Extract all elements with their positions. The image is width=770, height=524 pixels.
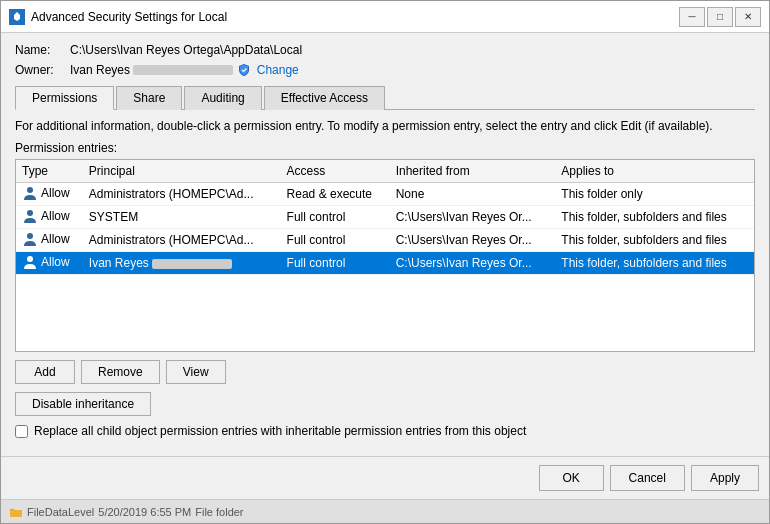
tab-share[interactable]: Share [116,86,182,110]
view-button[interactable]: View [166,360,226,384]
cell-principal: Ivan Reyes [83,251,281,274]
section-label: Permission entries: [15,141,755,155]
tabs-bar: Permissions Share Auditing Effective Acc… [15,85,755,110]
table-row[interactable]: AllowAdministrators (HOMEPC\Ad...Full co… [16,228,754,251]
owner-label: Owner: [15,63,70,77]
owner-blurred [133,65,233,75]
cell-inherited-from: C:\Users\Ivan Reyes Or... [390,251,556,274]
remove-button[interactable]: Remove [81,360,160,384]
table-header-row: Type Principal Access Inherited from App… [16,160,754,183]
add-button[interactable]: Add [15,360,75,384]
cell-access: Full control [281,251,390,274]
user-icon [22,232,38,248]
taskbar-item: FileDataLevel 5/20/2019 6:55 PM File fol… [9,505,244,519]
user-icon [22,209,38,225]
cancel-button[interactable]: Cancel [610,465,685,491]
checkbox-row: Replace all child object permission entr… [15,424,755,438]
cell-applies-to: This folder, subfolders and files [555,205,754,228]
cell-inherited-from: C:\Users\Ivan Reyes Or... [390,205,556,228]
cell-inherited-from: C:\Users\Ivan Reyes Or... [390,228,556,251]
replace-checkbox[interactable] [15,425,28,438]
bottom-buttons: Add Remove View [15,360,755,384]
cell-applies-to: This folder, subfolders and files [555,251,754,274]
svg-rect-1 [27,187,33,193]
table-row[interactable]: AllowSYSTEMFull controlC:\Users\Ivan Rey… [16,205,754,228]
taskbar-strip: FileDataLevel 5/20/2019 6:55 PM File fol… [1,499,769,523]
window-controls: ─ □ ✕ [679,7,761,27]
permission-table-container[interactable]: Type Principal Access Inherited from App… [15,159,755,352]
disable-inheritance-container: Disable inheritance [15,392,755,416]
footer-buttons: OK Cancel Apply [1,456,769,499]
svg-rect-5 [10,510,22,517]
col-type: Type [16,160,83,183]
cell-principal: SYSTEM [83,205,281,228]
taskbar-path: FileDataLevel [27,506,94,518]
disable-inheritance-button[interactable]: Disable inheritance [15,392,151,416]
col-applies-to: Applies to [555,160,754,183]
name-row: Name: C:\Users\Ivan Reyes Ortega\AppData… [15,43,755,57]
cell-access: Full control [281,228,390,251]
checkbox-label: Replace all child object permission entr… [34,424,526,438]
svg-rect-2 [27,210,33,216]
window-title: Advanced Security Settings for Local [31,10,679,24]
window: Advanced Security Settings for Local ─ □… [0,0,770,524]
tab-permissions[interactable]: Permissions [15,86,114,110]
col-principal: Principal [83,160,281,183]
owner-row: Owner: Ivan Reyes Change [15,63,755,77]
name-label: Name: [15,43,70,57]
maximize-button[interactable]: □ [707,7,733,27]
tab-effective-access[interactable]: Effective Access [264,86,385,110]
close-button[interactable]: ✕ [735,7,761,27]
cell-type: Allow [16,205,83,228]
table-row[interactable]: AllowIvan Reyes Full controlC:\Users\Iva… [16,251,754,274]
tab-auditing[interactable]: Auditing [184,86,261,110]
col-access: Access [281,160,390,183]
window-icon [9,9,25,25]
title-bar: Advanced Security Settings for Local ─ □… [1,1,769,33]
user-icon [22,186,38,202]
minimize-button[interactable]: ─ [679,7,705,27]
cell-applies-to: This folder only [555,182,754,205]
folder-icon [9,505,23,519]
cell-inherited-from: None [390,182,556,205]
cell-access: Read & execute [281,182,390,205]
cell-principal: Administrators (HOMEPC\Ad... [83,182,281,205]
cell-principal: Administrators (HOMEPC\Ad... [83,228,281,251]
cell-type: Allow [16,251,83,274]
change-link[interactable]: Change [257,63,299,77]
col-inherited-from: Inherited from [390,160,556,183]
ok-button[interactable]: OK [539,465,604,491]
svg-rect-4 [27,256,33,262]
cell-applies-to: This folder, subfolders and files [555,228,754,251]
taskbar-type: File folder [195,506,243,518]
cell-type: Allow [16,182,83,205]
user-icon [22,255,38,271]
apply-button[interactable]: Apply [691,465,759,491]
permission-table: Type Principal Access Inherited from App… [16,160,754,275]
main-content: Name: C:\Users\Ivan Reyes Ortega\AppData… [1,33,769,456]
taskbar-date: 5/20/2019 6:55 PM [98,506,191,518]
description-text: For additional information, double-click… [15,118,755,135]
svg-rect-3 [27,233,33,239]
table-row[interactable]: AllowAdministrators (HOMEPC\Ad...Read & … [16,182,754,205]
owner-name: Ivan Reyes [70,63,130,77]
cell-access: Full control [281,205,390,228]
cell-type: Allow [16,228,83,251]
name-value: C:\Users\Ivan Reyes Ortega\AppData\Local [70,43,302,57]
shield-icon [237,63,251,77]
